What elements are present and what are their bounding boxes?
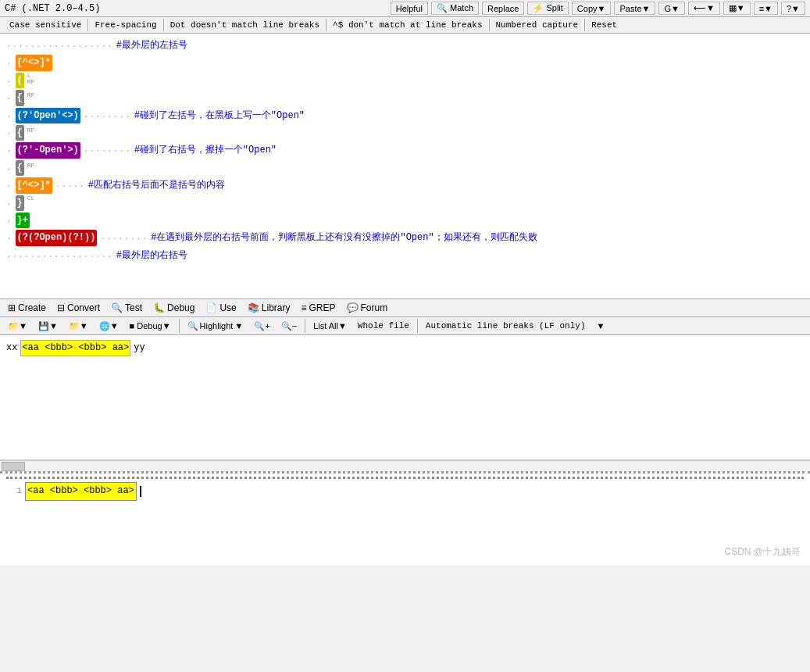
create-button[interactable]: ⊞ Create	[3, 301, 51, 315]
save-button[interactable]: 💾▼	[34, 320, 62, 333]
line-breaks-dropdown[interactable]: ▼	[592, 320, 610, 332]
titlebar: C# (.NET 2.0–4.5) Helpful 🔍 Match Replac…	[0, 0, 810, 17]
opt-dot-line[interactable]: Dot doesn't match line breaks	[164, 19, 326, 31]
grid-button[interactable]: ▦▼	[723, 2, 751, 15]
g-button[interactable]: G▼	[658, 2, 684, 15]
dots-1: ..................	[6, 38, 113, 52]
label-4: RF	[27, 90, 35, 101]
regex-line-10: . } CL	[6, 195, 804, 212]
token-5: (?'Open'<>)	[16, 108, 80, 123]
bottom-toolbar: ⊞ Create ⊟ Convert 🔍 Test 🐛 Debug 📄 Use …	[0, 299, 810, 317]
dots-11: .	[6, 213, 12, 227]
text-match: <aa <bbb> <bbb> aa>	[20, 340, 130, 356]
token-2: [^<>]*	[16, 55, 52, 70]
debug-button[interactable]: 🐛 Debug	[148, 301, 199, 315]
match-line-1: 1 <aa <bbb> <bbb> aa>	[6, 482, 804, 501]
dots-13: ..................	[6, 248, 113, 263]
folder-button[interactable]: 📁▼	[64, 320, 93, 333]
regex-line-5: . (?'Open'<>) ........ #碰到了左括号，在黑板上写一个"O…	[6, 107, 804, 124]
regex-line-2: . [^<>]*	[6, 54, 804, 71]
second-toolbar: 📁▼ 💾▼ 📁▼ 🌐▼ ■ Debug▼ 🔍 Highlight ▼ 🔍+ 🔍−…	[0, 317, 810, 335]
line-number-1: 1	[6, 484, 22, 499]
opt-free-spacing[interactable]: Free-spacing	[88, 19, 163, 31]
match-highlight: <aa <bbb> <bbb> aa>	[25, 482, 137, 501]
highlight-button[interactable]: 🔍 Highlight ▼	[183, 320, 248, 333]
label-10: CL	[27, 195, 35, 202]
grep-button[interactable]: ≡ GREP	[296, 301, 340, 315]
copy-button[interactable]: Copy▼	[572, 2, 612, 15]
opt-numbered[interactable]: Numbered capture	[490, 19, 586, 31]
optionsbar: Case sensitive Free-spacing Dot doesn't …	[0, 17, 810, 34]
web-button[interactable]: 🌐▼	[95, 320, 123, 333]
text-before: xx	[6, 341, 17, 356]
split-button[interactable]: ⚡ Split	[527, 2, 568, 15]
use-button[interactable]: 📄 Use	[201, 301, 241, 315]
opt-reset[interactable]: Reset	[585, 19, 623, 31]
test-icon: 🔍	[111, 302, 123, 313]
library-icon: 📚	[248, 302, 259, 313]
comment-5: #碰到了左括号，在黑板上写一个"Open"	[134, 108, 305, 123]
token-12: (?(?Open)(?!))	[16, 230, 98, 245]
text-after: yy	[134, 341, 145, 356]
open-button[interactable]: 📁▼	[3, 320, 32, 333]
forum-icon: 💬	[347, 302, 359, 313]
debug-icon: 🐛	[153, 302, 165, 313]
text-line-1: xx <aa <bbb> <bbb> aa> yy	[6, 340, 804, 356]
debug-mode-button[interactable]: ■ Debug▼	[125, 320, 176, 332]
regex-line-3: . ( LRF	[6, 72, 804, 89]
comment-9: #匹配右括号后面不是括号的内容	[88, 177, 225, 193]
regex-editor[interactable]: .................. #最外层的左括号 . [^<>]* . (…	[0, 34, 810, 299]
comment-7: #碰到了右括号，擦掉一个"Open"	[134, 142, 277, 158]
token-11: }+	[16, 213, 30, 228]
help-button[interactable]: ?▼	[781, 2, 805, 15]
zoom-in-button[interactable]: 🔍+	[249, 320, 274, 333]
library-button[interactable]: 📚 Library	[243, 301, 295, 315]
token-3: (	[16, 73, 24, 88]
list-all-button[interactable]: List All▼	[309, 320, 351, 332]
match-button[interactable]: 🔍 Match	[431, 2, 479, 15]
app-title: C# (.NET 2.0–4.5)	[5, 3, 100, 14]
dots-3: .	[6, 73, 12, 88]
regex-line-11: . }+	[6, 212, 804, 229]
forum-button[interactable]: 💬 Forum	[342, 301, 393, 315]
line-breaks-label: Automatic line breaks (LF only)	[421, 320, 591, 331]
regex-line-12: . (?(?Open)(?!)) ........ #在遇到最外层的右括号前面，…	[6, 229, 804, 246]
convert-button[interactable]: ⊟ Convert	[52, 301, 105, 315]
token-9: [^<>]*	[16, 177, 52, 193]
opt-caret-line[interactable]: ^$ don't match at line breaks	[326, 19, 489, 31]
comment-13: #最外层的右括号	[116, 248, 187, 263]
paste-button[interactable]: Paste▼	[614, 2, 655, 15]
dots-9: .	[6, 177, 12, 192]
regex-line-8: . { RF	[6, 159, 804, 177]
label-8: RF	[27, 160, 35, 171]
regex-line-1: .................. #最外层的左括号	[6, 37, 804, 54]
comment-1: #最外层的左括号	[116, 38, 187, 53]
token-10: }	[16, 195, 24, 211]
helpful-button[interactable]: Helpful	[391, 2, 428, 15]
whole-file-label: Whole file	[353, 320, 414, 331]
hscroll[interactable]	[0, 460, 810, 471]
back-button[interactable]: ⟵▼	[688, 2, 720, 15]
dots-10: .	[6, 195, 12, 210]
dots-8: .	[6, 160, 12, 175]
highlight-icon: 🔍	[187, 321, 198, 331]
dots-5: .	[6, 108, 12, 123]
list-button[interactable]: ≡▼	[754, 2, 778, 15]
grep-icon: ≡	[301, 302, 306, 313]
dots-12: .	[6, 230, 12, 245]
use-icon: 📄	[205, 302, 217, 313]
watermark: CSDN @十九姨哥	[724, 545, 801, 559]
test-button[interactable]: 🔍 Test	[106, 301, 147, 315]
token-6: {	[16, 125, 24, 141]
match-area[interactable]: 1 <aa <bbb> <bbb> aa> CSDN @十九姨哥	[0, 471, 810, 565]
regex-line-4: . { RF	[6, 89, 804, 106]
sep-3	[417, 319, 418, 333]
regex-line-9: . [^<>]* ..... #匹配右括号后面不是括号的内容	[6, 177, 804, 194]
convert-icon: ⊟	[57, 302, 65, 313]
opt-case-sensitive[interactable]: Case sensitive	[3, 19, 88, 31]
replace-button[interactable]: Replace	[482, 2, 524, 15]
zoom-out-button[interactable]: 🔍−	[277, 320, 302, 333]
regex-line-7: . (?'-Open'>) ........ #碰到了右括号，擦掉一个"Open…	[6, 141, 804, 159]
token-8: {	[16, 160, 24, 176]
text-editor[interactable]: xx <aa <bbb> <bbb> aa> yy	[0, 335, 810, 460]
